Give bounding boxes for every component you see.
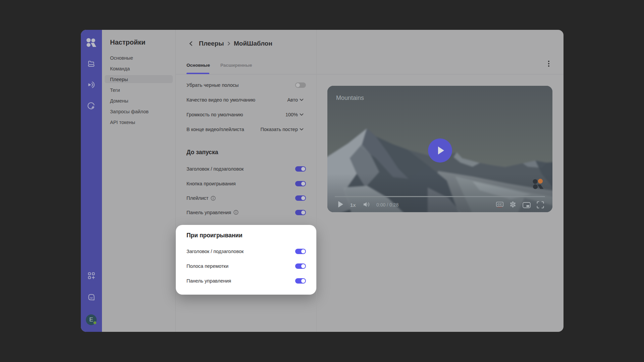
svg-text:CC: CC: [497, 202, 502, 206]
